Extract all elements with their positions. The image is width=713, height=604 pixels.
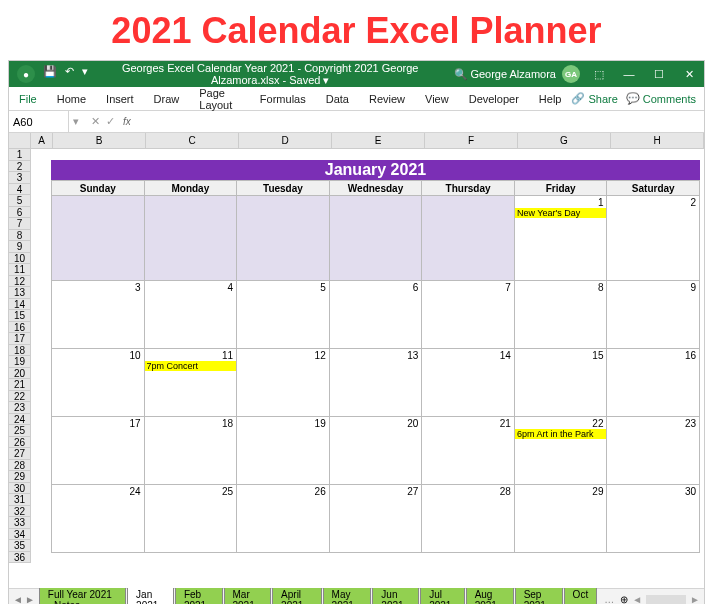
col-header[interactable]: A xyxy=(31,133,53,149)
row-header[interactable]: 11 xyxy=(9,264,31,276)
row-header[interactable]: 31 xyxy=(9,494,31,506)
sheet-tab[interactable]: April 2021 xyxy=(272,586,322,605)
row-header[interactable]: 27 xyxy=(9,448,31,460)
sheet-tab[interactable]: Jan 2021 xyxy=(127,586,174,605)
calendar-event[interactable]: 7pm Concert xyxy=(145,361,237,371)
fx-icon[interactable]: fx xyxy=(123,116,131,127)
row-header[interactable]: 23 xyxy=(9,402,31,414)
user-account[interactable]: George Alzamora GA xyxy=(470,65,584,83)
sheet-tab[interactable]: Feb 2021 xyxy=(175,586,223,605)
col-header[interactable]: E xyxy=(332,133,425,149)
calendar-cell[interactable]: 15 xyxy=(515,349,608,417)
calendar-cell[interactable]: 5 xyxy=(237,281,330,349)
comments-button[interactable]: 💬 Comments xyxy=(626,92,696,105)
col-header[interactable]: B xyxy=(53,133,146,149)
row-header[interactable]: 17 xyxy=(9,333,31,345)
close-icon[interactable]: ✕ xyxy=(674,61,704,87)
search-icon[interactable]: 🔍 xyxy=(452,65,470,83)
autosave-toggle[interactable]: ● xyxy=(17,65,35,83)
calendar-cell[interactable]: 18 xyxy=(145,417,238,485)
sheet-tab[interactable]: Jun 2021 xyxy=(372,586,419,605)
row-header[interactable]: 26 xyxy=(9,437,31,449)
tab-more-icon[interactable]: … xyxy=(598,594,620,604)
calendar-cell[interactable]: 226pm Art in the Park xyxy=(515,417,608,485)
calendar-cell[interactable]: 9 xyxy=(607,281,700,349)
calendar-cell[interactable]: 25 xyxy=(145,485,238,553)
row-header[interactable]: 22 xyxy=(9,391,31,403)
calendar-event[interactable]: 6pm Art in the Park xyxy=(515,429,607,439)
row-header[interactable]: 13 xyxy=(9,287,31,299)
row-header[interactable]: 32 xyxy=(9,506,31,518)
share-button[interactable]: 🔗 Share xyxy=(571,92,617,105)
col-header[interactable]: C xyxy=(146,133,239,149)
ribbon-tab-help[interactable]: Help xyxy=(529,87,572,110)
row-header[interactable]: 9 xyxy=(9,241,31,253)
calendar-cell[interactable]: 16 xyxy=(607,349,700,417)
calendar-cell[interactable]: 17 xyxy=(51,417,145,485)
row-header[interactable]: 1 xyxy=(9,149,31,161)
calendar-cell[interactable]: 30 xyxy=(607,485,700,553)
minimize-icon[interactable]: — xyxy=(614,61,644,87)
tab-next-icon[interactable]: ► xyxy=(25,594,35,604)
row-header[interactable]: 24 xyxy=(9,414,31,426)
enter-icon[interactable]: ✓ xyxy=(106,115,115,128)
row-header[interactable]: 21 xyxy=(9,379,31,391)
cancel-icon[interactable]: ✕ xyxy=(91,115,100,128)
ribbon-tab-view[interactable]: View xyxy=(415,87,459,110)
calendar-cell[interactable]: 20 xyxy=(330,417,423,485)
row-header[interactable]: 8 xyxy=(9,230,31,242)
calendar-cell[interactable]: 117pm Concert xyxy=(145,349,238,417)
hscroll-right-icon[interactable]: ► xyxy=(690,594,700,604)
col-header[interactable]: H xyxy=(611,133,704,149)
calendar-cell[interactable] xyxy=(422,196,515,281)
row-header[interactable]: 15 xyxy=(9,310,31,322)
row-header[interactable]: 29 xyxy=(9,471,31,483)
row-header[interactable]: 10 xyxy=(9,253,31,265)
calendar-cell[interactable]: 27 xyxy=(330,485,423,553)
col-header[interactable]: G xyxy=(518,133,611,149)
row-header[interactable]: 25 xyxy=(9,425,31,437)
row-header[interactable]: 33 xyxy=(9,517,31,529)
calendar-event[interactable]: New Year's Day xyxy=(515,208,607,218)
row-header[interactable]: 6 xyxy=(9,207,31,219)
row-header[interactable]: 28 xyxy=(9,460,31,472)
calendar-cell[interactable] xyxy=(237,196,330,281)
ribbon-options-icon[interactable]: ⬚ xyxy=(584,61,614,87)
calendar-cell[interactable]: 26 xyxy=(237,485,330,553)
undo-icon[interactable]: ↶ xyxy=(65,65,74,83)
calendar-cell[interactable]: 14 xyxy=(422,349,515,417)
calendar-cell[interactable]: 12 xyxy=(237,349,330,417)
calendar-cell[interactable]: 1New Year's Day xyxy=(515,196,608,281)
sheet-tab[interactable]: May 2021 xyxy=(323,586,372,605)
sheet-tab[interactable]: Full Year 2021 - Notes xyxy=(39,586,126,605)
row-header[interactable]: 3 xyxy=(9,172,31,184)
calendar-cell[interactable] xyxy=(51,196,145,281)
ribbon-tab-file[interactable]: File xyxy=(9,87,47,110)
maximize-icon[interactable]: ☐ xyxy=(644,61,674,87)
name-box-dropdown-icon[interactable]: ▾ xyxy=(69,115,83,128)
select-all-corner[interactable] xyxy=(9,133,31,149)
calendar-cell[interactable] xyxy=(145,196,238,281)
ribbon-tab-developer[interactable]: Developer xyxy=(459,87,529,110)
calendar-cell[interactable] xyxy=(330,196,423,281)
add-sheet-icon[interactable]: ⊕ xyxy=(620,594,628,604)
row-header[interactable]: 14 xyxy=(9,299,31,311)
calendar-cell[interactable]: 3 xyxy=(51,281,145,349)
row-header[interactable]: 34 xyxy=(9,529,31,541)
calendar-cell[interactable]: 19 xyxy=(237,417,330,485)
sheet-tab[interactable]: Sep 2021 xyxy=(515,586,563,605)
tab-prev-icon[interactable]: ◄ xyxy=(13,594,23,604)
sheet-tab[interactable]: Aug 2021 xyxy=(466,586,514,605)
row-header[interactable]: 12 xyxy=(9,276,31,288)
row-header[interactable]: 19 xyxy=(9,356,31,368)
row-header[interactable]: 18 xyxy=(9,345,31,357)
col-header[interactable]: D xyxy=(239,133,332,149)
calendar-cell[interactable]: 7 xyxy=(422,281,515,349)
row-header[interactable]: 30 xyxy=(9,483,31,495)
row-header[interactable]: 16 xyxy=(9,322,31,334)
hscroll-track[interactable] xyxy=(646,595,686,605)
calendar-cell[interactable]: 21 xyxy=(422,417,515,485)
calendar-cell[interactable]: 10 xyxy=(51,349,145,417)
calendar-cell[interactable]: 2 xyxy=(607,196,700,281)
ribbon-tab-page-layout[interactable]: Page Layout xyxy=(189,87,250,110)
